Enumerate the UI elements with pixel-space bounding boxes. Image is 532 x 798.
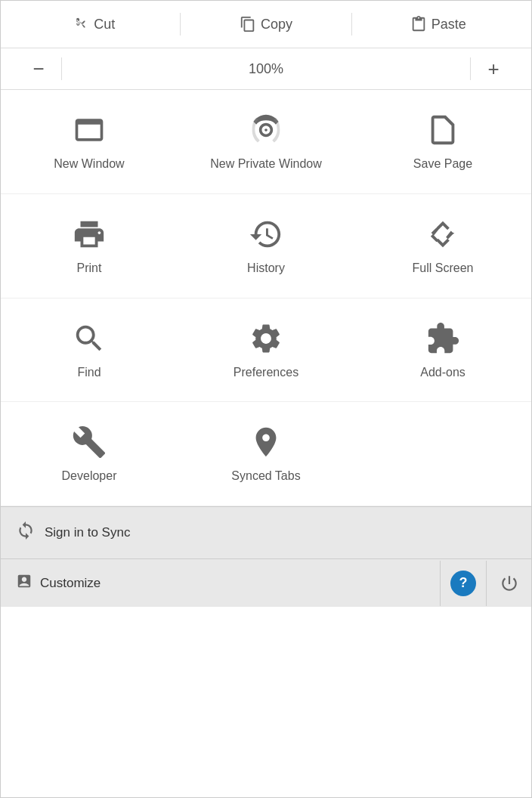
new-private-window-button[interactable]: New Private Window xyxy=(178,97,354,186)
print-icon xyxy=(66,215,112,253)
grid-row-1: New Window New Private Window Save Page xyxy=(1,90,531,194)
zoom-value: 100% xyxy=(62,61,470,77)
full-screen-icon xyxy=(420,215,466,253)
sign-in-sync-button[interactable]: Sign in to Sync xyxy=(1,506,531,558)
cut-button[interactable]: Cut xyxy=(8,16,180,32)
add-ons-label: Add-ons xyxy=(420,365,466,381)
add-ons-icon xyxy=(420,320,466,357)
copy-icon xyxy=(240,16,256,32)
history-label: History xyxy=(247,261,285,277)
synced-tabs-icon xyxy=(243,423,289,461)
print-label: Print xyxy=(77,261,102,277)
full-screen-button[interactable]: Full Screen xyxy=(354,202,531,290)
save-page-label: Save Page xyxy=(413,156,472,172)
power-icon xyxy=(500,574,519,593)
customize-button[interactable]: Customize xyxy=(1,559,440,607)
grid-row-3: Find Preferences Add-ons xyxy=(1,298,531,403)
new-window-icon xyxy=(66,111,112,149)
preferences-label: Preferences xyxy=(234,365,298,381)
customize-label: Customize xyxy=(40,576,101,591)
power-button[interactable] xyxy=(486,561,531,606)
copy-button[interactable]: Copy xyxy=(181,16,352,32)
empty-cell xyxy=(354,410,531,498)
sign-in-sync-label: Sign in to Sync xyxy=(45,525,130,540)
paste-label: Paste xyxy=(431,17,466,32)
preferences-button[interactable]: Preferences xyxy=(178,306,354,394)
paste-button[interactable]: Paste xyxy=(352,16,524,32)
paste-icon xyxy=(410,16,427,32)
copy-label: Copy xyxy=(261,17,292,32)
new-private-window-label: New Private Window xyxy=(210,156,322,172)
bottom-right-actions: ? xyxy=(440,561,531,606)
preferences-icon xyxy=(243,320,289,357)
clipboard-actions: Cut Copy Paste xyxy=(1,1,531,48)
find-button[interactable]: Find xyxy=(1,306,178,394)
save-page-button[interactable]: Save Page xyxy=(354,97,531,186)
help-icon: ? xyxy=(450,571,476,596)
sync-icon xyxy=(16,521,36,545)
history-button[interactable]: History xyxy=(178,202,354,290)
new-private-window-icon xyxy=(243,111,289,149)
cut-icon xyxy=(73,16,89,32)
customize-area: Customize ? xyxy=(1,558,531,607)
history-icon xyxy=(243,215,289,253)
save-page-icon xyxy=(420,111,466,149)
customize-icon xyxy=(16,573,32,593)
print-button[interactable]: Print xyxy=(1,202,178,290)
zoom-controls: − 100% + xyxy=(1,48,531,90)
add-ons-button[interactable]: Add-ons xyxy=(354,306,531,394)
developer-label: Developer xyxy=(62,469,117,484)
find-icon xyxy=(66,320,112,357)
cut-label: Cut xyxy=(94,17,115,32)
help-button[interactable]: ? xyxy=(441,561,486,606)
synced-tabs-label: Synced Tabs xyxy=(231,469,300,484)
grid-row-4: Developer Synced Tabs xyxy=(1,402,531,506)
grid-row-2: Print History Full Screen xyxy=(1,194,531,298)
new-window-label: New Window xyxy=(54,156,124,172)
developer-icon xyxy=(66,423,112,461)
new-window-button[interactable]: New Window xyxy=(1,97,178,186)
zoom-in-button[interactable]: + xyxy=(471,59,516,79)
find-label: Find xyxy=(77,365,101,381)
synced-tabs-button[interactable]: Synced Tabs xyxy=(178,410,354,498)
full-screen-label: Full Screen xyxy=(413,261,474,277)
developer-button[interactable]: Developer xyxy=(1,410,178,498)
zoom-out-button[interactable]: − xyxy=(16,59,61,79)
